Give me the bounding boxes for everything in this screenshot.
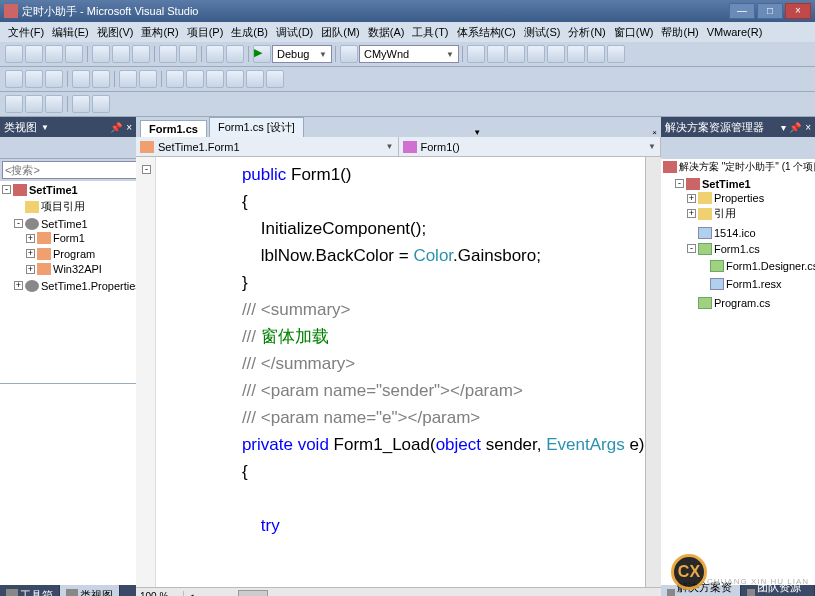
redo-icon[interactable] <box>179 45 197 63</box>
menu-window[interactable]: 窗口(W) <box>610 23 658 42</box>
step-over-icon[interactable] <box>25 95 43 113</box>
tb2-b[interactable] <box>25 70 43 88</box>
tree-win32[interactable]: Win32API <box>53 263 102 275</box>
menu-tools[interactable]: 工具(T) <box>408 23 452 42</box>
tb-icon-a[interactable] <box>467 45 485 63</box>
sol-form1[interactable]: Form1.cs <box>714 243 760 255</box>
menu-build[interactable]: 生成(B) <box>227 23 272 42</box>
sol-refs[interactable]: 引用 <box>714 206 736 221</box>
class-tree[interactable]: -SetTime1 项目引用 -SetTime1 +Form1 +Program… <box>0 181 136 383</box>
tb2-k[interactable] <box>266 70 284 88</box>
menu-analyze[interactable]: 分析(N) <box>564 23 609 42</box>
close-panel-icon[interactable]: × <box>805 122 811 133</box>
menu-project[interactable]: 项目(P) <box>183 23 228 42</box>
maximize-button[interactable]: □ <box>757 3 783 19</box>
tab-toolbox[interactable]: 工具箱 <box>0 585 60 596</box>
tb2-c[interactable] <box>45 70 63 88</box>
tb2-i[interactable] <box>226 70 244 88</box>
horizontal-scrollbar[interactable]: 100 % ◂ <box>136 587 661 596</box>
sol-ico[interactable]: 1514.ico <box>714 227 756 239</box>
tb2-g[interactable] <box>186 70 204 88</box>
tb3-e[interactable] <box>92 95 110 113</box>
dropdown-icon[interactable]: ▼ <box>41 123 49 132</box>
uncomment-icon[interactable] <box>139 70 157 88</box>
sol-designer[interactable]: Form1.Designer.cs <box>726 260 815 272</box>
zoom-level[interactable]: 100 % <box>136 591 184 596</box>
tab-overflow-icon[interactable]: ▼ <box>469 128 485 137</box>
close-panel-icon[interactable]: × <box>126 122 132 133</box>
sol-properties-icon[interactable] <box>718 140 734 156</box>
tree-root[interactable]: SetTime1 <box>29 184 78 196</box>
menu-test[interactable]: 测试(S) <box>520 23 565 42</box>
tb-icon-f[interactable] <box>567 45 585 63</box>
step-out-icon[interactable] <box>45 95 63 113</box>
tab-form1-cs[interactable]: Form1.cs <box>140 120 207 137</box>
new-project-icon[interactable] <box>5 45 23 63</box>
bookmark-icon[interactable] <box>166 70 184 88</box>
search-input[interactable] <box>2 161 146 179</box>
outdent-icon[interactable] <box>92 70 110 88</box>
nav-class-combo[interactable]: SetTime1.Form1▼ <box>136 137 399 156</box>
tab-form1-design[interactable]: Form1.cs [设计] <box>209 117 304 137</box>
tb2-h[interactable] <box>206 70 224 88</box>
sol-root[interactable]: 解决方案 "定时小助手" (1 个项目) <box>679 160 815 174</box>
menu-data[interactable]: 数据(A) <box>364 23 409 42</box>
sol-props[interactable]: Properties <box>714 192 764 204</box>
save-all-icon[interactable] <box>65 45 83 63</box>
breakpoint-icon[interactable] <box>72 95 90 113</box>
start-icon[interactable]: ▶ <box>253 45 271 63</box>
copy-icon[interactable] <box>112 45 130 63</box>
code-content[interactable]: public Form1() { InitializeComponent(); … <box>160 161 645 539</box>
undo-icon[interactable] <box>159 45 177 63</box>
nav-member-combo[interactable]: Form1()▼ <box>399 137 662 156</box>
code-editor[interactable]: - public Form1() { InitializeComponent()… <box>136 157 661 587</box>
indent-icon[interactable] <box>72 70 90 88</box>
menu-help[interactable]: 帮助(H) <box>657 23 702 42</box>
target-combo[interactable]: CMyWnd▼ <box>359 45 459 63</box>
menu-view[interactable]: 视图(V) <box>93 23 138 42</box>
save-icon[interactable] <box>45 45 63 63</box>
cv-settings-icon[interactable] <box>39 140 55 156</box>
sol-program[interactable]: Program.cs <box>714 297 770 309</box>
sol-code-icon[interactable] <box>736 140 752 156</box>
tb-icon-d[interactable] <box>527 45 545 63</box>
sol-refresh-icon[interactable] <box>682 140 698 156</box>
cut-icon[interactable] <box>92 45 110 63</box>
tree-program[interactable]: Program <box>53 248 95 260</box>
tb2-a[interactable] <box>5 70 23 88</box>
sol-proj[interactable]: SetTime1 <box>702 178 751 190</box>
menu-architecture[interactable]: 体系结构(C) <box>453 23 520 42</box>
scroll-thumb[interactable] <box>238 590 268 597</box>
tree-ns[interactable]: SetTime1 <box>41 218 88 230</box>
sol-showall-icon[interactable] <box>700 140 716 156</box>
tb2-j[interactable] <box>246 70 264 88</box>
menu-edit[interactable]: 编辑(E) <box>48 23 93 42</box>
tab-close-icon[interactable]: × <box>648 128 661 137</box>
config-combo[interactable]: Debug▼ <box>272 45 332 63</box>
tb-icon-h[interactable] <box>607 45 625 63</box>
tree-props[interactable]: SetTime1.Properties <box>41 280 136 292</box>
tb-icon-b[interactable] <box>487 45 505 63</box>
menu-debug[interactable]: 调试(D) <box>272 23 317 42</box>
cv-fwd-icon[interactable] <box>21 140 37 156</box>
menu-refactor[interactable]: 重构(R) <box>137 23 182 42</box>
comment-icon[interactable] <box>119 70 137 88</box>
tb-icon-e[interactable] <box>547 45 565 63</box>
tb-icon-c[interactable] <box>507 45 525 63</box>
menu-vmware[interactable]: VMware(R) <box>703 24 767 40</box>
pin-icon[interactable]: ▾ 📌 <box>781 122 801 133</box>
cv-new-folder-icon[interactable] <box>57 140 73 156</box>
vertical-scrollbar[interactable] <box>645 157 661 587</box>
cv-back-icon[interactable] <box>3 140 19 156</box>
tab-classview[interactable]: 类视图 <box>60 585 120 596</box>
sol-resx[interactable]: Form1.resx <box>726 278 782 290</box>
pin-icon[interactable]: 📌 <box>110 122 122 133</box>
tree-ref[interactable]: 项目引用 <box>41 199 85 214</box>
close-button[interactable]: × <box>785 3 811 19</box>
menu-team[interactable]: 团队(M) <box>317 23 364 42</box>
nav-fwd-icon[interactable] <box>226 45 244 63</box>
nav-back-icon[interactable] <box>206 45 224 63</box>
outline-toggle[interactable]: - <box>142 165 151 174</box>
tb-icon-g[interactable] <box>587 45 605 63</box>
solution-tree[interactable]: 解决方案 "定时小助手" (1 个项目) -SetTime1 +Properti… <box>661 159 815 585</box>
